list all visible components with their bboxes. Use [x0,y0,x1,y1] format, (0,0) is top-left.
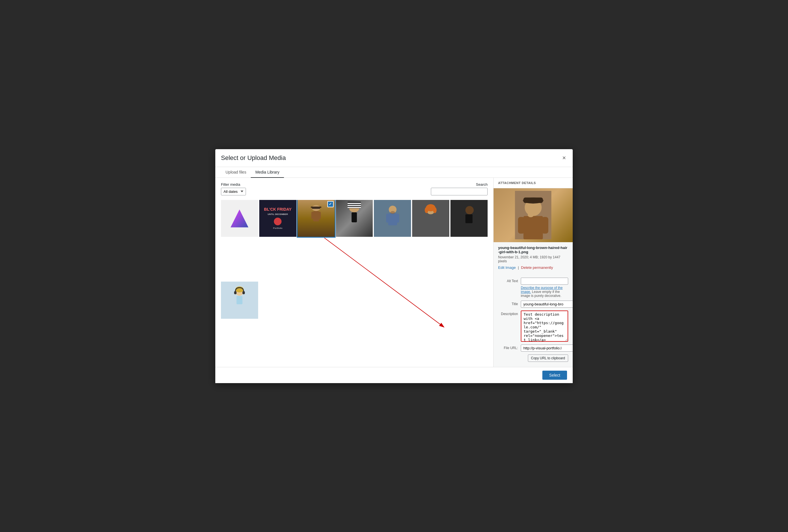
modal-overlay: Select or Upload Media × Upload files Me… [0,0,788,532]
filter-bar: Filter media All dates Search [221,182,488,195]
svg-rect-23 [427,214,434,223]
svg-rect-17 [396,214,399,222]
date-filter-select[interactable]: All dates [221,188,246,195]
search-area: Search [431,182,488,195]
svg-rect-10 [348,203,361,204]
svg-marker-0 [231,210,249,228]
title-row: Title [498,301,568,308]
svg-point-22 [433,207,437,213]
svg-rect-15 [388,213,397,225]
attachment-panel-header: ATTACHMENT DETAILS [494,178,573,188]
svg-rect-25 [466,214,473,223]
attachment-actions: Edit Image | Delete permanently [498,265,568,270]
modal-title: Select or Upload Media [221,154,286,162]
svg-rect-38 [518,217,525,234]
select-button[interactable]: Select [543,371,567,380]
modal-footer: Select [215,367,573,383]
title-input[interactable] [521,301,573,308]
alt-text-row: Alt Text Describe the purpose of the ima… [498,278,568,298]
svg-rect-30 [237,296,242,304]
svg-point-1 [274,217,282,225]
separator: | [518,265,520,270]
svg-rect-16 [386,214,389,222]
svg-point-21 [425,207,429,213]
svg-rect-11 [348,205,361,206]
svg-point-40 [528,213,534,217]
close-button[interactable]: × [561,154,567,162]
media-item-man-dark[interactable] [450,200,488,237]
copy-url-button[interactable]: Copy URL to clipboard [528,354,568,362]
modal-header: Select or Upload Media × [215,149,573,167]
media-item-man-blue[interactable] [374,200,411,237]
media-item-black-friday[interactable]: BL'CK FRIDAY UNTIL DECEMBER Portfolio [259,200,296,237]
media-grid: BL'CK FRIDAY UNTIL DECEMBER Portfolio [221,200,488,362]
select-upload-media-modal: Select or Upload Media × Upload files Me… [215,149,573,383]
alt-text-input[interactable] [521,278,568,285]
media-item-woman-orange[interactable] [412,200,449,237]
description-row: Description Test description with <a hre… [498,311,568,342]
description-textarea[interactable]: Test description with <a href="https://g… [521,311,568,342]
media-item-woman-hat[interactable]: ✓ [298,200,335,237]
svg-rect-4 [311,206,321,208]
attachment-info: young-beautiful-long-brown-haired-hair-g… [494,242,573,275]
edit-image-link[interactable]: Edit Image [498,265,516,270]
media-item-woman-headphones[interactable] [221,281,258,319]
media-grid-wrapper: BL'CK FRIDAY UNTIL DECEMBER Portfolio [221,200,488,362]
media-grid-area: Filter media All dates Search [215,178,493,367]
search-input[interactable] [431,188,488,195]
svg-rect-5 [313,211,319,221]
svg-point-18 [390,211,395,214]
attachment-filename: young-beautiful-long-brown-haired-hair-g… [498,245,568,254]
attachment-meta: November 21, 2020; 4 MB; 1920 by 1447 pi… [498,255,568,263]
search-label: Search [476,182,488,186]
svg-rect-12 [348,207,361,208]
modal-tabs: Upload files Media Library [215,167,573,178]
modal-body: Filter media All dates Search [215,178,573,367]
form-section: Alt Text Describe the purpose of the ima… [494,275,573,367]
svg-rect-29 [242,291,245,294]
svg-rect-13 [352,212,357,222]
media-item-woman-striped[interactable] [336,200,373,237]
file-url-row: File URL: [498,344,568,352]
svg-rect-6 [311,212,313,219]
file-url-input[interactable] [521,344,573,352]
filter-label: Filter media [221,182,246,186]
media-item-triangle[interactable] [221,200,258,237]
svg-rect-7 [318,212,321,219]
attachment-thumbnail [494,188,573,242]
delete-permanently-link[interactable]: Delete permanently [521,265,553,270]
tab-media-library[interactable]: Media Library [251,167,284,178]
filter-section: Filter media All dates [221,182,246,195]
copy-url-row: Copy URL to clipboard [498,354,568,362]
svg-point-24 [466,206,474,214]
describe-link-text: Describe the purpose of the image. Leave… [521,286,568,298]
svg-rect-36 [523,198,543,203]
tab-upload-files[interactable]: Upload files [221,167,251,178]
file-url-label: File URL: [498,344,521,350]
svg-rect-37 [523,216,543,239]
selected-checkmark: ✓ [327,201,334,207]
alt-text-label: Alt Text [498,278,521,283]
svg-rect-28 [234,291,237,294]
title-label: Title [498,301,521,306]
svg-rect-39 [541,217,548,234]
attachment-panel: ATTACHMENT DETAILS [493,178,573,367]
description-label: Description [498,311,521,316]
